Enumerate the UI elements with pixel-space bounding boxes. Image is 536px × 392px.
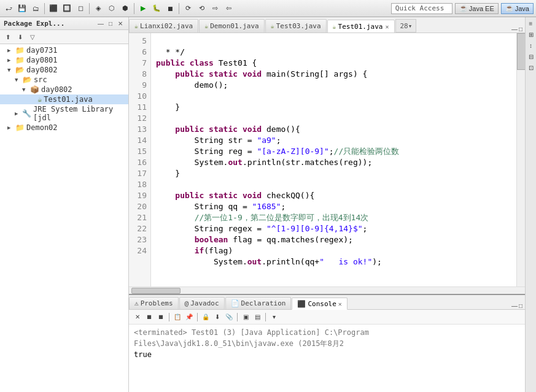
console-terminate-btn[interactable]: ⏹ [156,312,166,322]
bottom-tab-declaration-label: Declaration [241,299,286,307]
console-scroll-end-btn[interactable]: ⬇ [212,312,222,322]
perspective-java-btn[interactable]: ☕ Java [501,3,534,14]
sidebar-close-btn[interactable]: ✕ [116,19,125,28]
tree-item-test01java[interactable]: ▶ ☕ Test01.java [0,94,128,104]
right-strip-btn-5[interactable]: ⊡ [526,63,536,72]
toolbar-btn-10[interactable]: ⏹ [164,2,176,15]
collapse-arrow: ▶ [7,47,14,53]
java-tab-icon: ☕ [271,23,274,29]
right-strip-btn-3[interactable]: ↕ [526,40,536,50]
tab-test01[interactable]: ☕ Test01.java ✕ [327,20,395,33]
console-stop-btn[interactable]: ⏹ [144,312,154,322]
tree-item-src[interactable]: ▼ 📂 src [0,75,128,85]
console-extra-btn[interactable]: ▾ [269,312,279,322]
toolbar-sep-1 [44,3,45,14]
sidebar-action-btn-1[interactable]: ⬆ [2,31,14,42]
toolbar-btn-5[interactable]: 🔲 [61,2,73,15]
perspective-java-ee-btn[interactable]: ☕ Java EE [455,3,499,14]
sidebar: Package Expl... — □ ✕ ⬆ ⬇ ▽ ▶ 📁 day0731 … [0,17,129,392]
tree-item-jre[interactable]: ▶ 🔧 JRE System Library [jdl [0,104,128,123]
sidebar-action-btn-3[interactable]: ▽ [27,31,38,42]
console-paste-btn[interactable]: 📌 [184,312,194,322]
tab-maximize-btn[interactable]: □ [519,26,522,33]
toolbar-btn-4[interactable]: ⬛ [47,2,60,15]
console-clear-btn[interactable]: ✕ [133,312,142,322]
sidebar-header: Package Expl... — □ ✕ [0,17,128,30]
bottom-tab-console-label: Console [308,300,336,308]
bottom-panel: ⚠ Problems @ Javadoc 📄 Declaration ⬛ Con… [129,294,525,392]
tabs-overflow-btn[interactable]: 28 ▾ [395,19,416,33]
tab-demon01-label: Demon01.java [210,22,258,30]
line-numbers: 5 6 7 8 9 10 11 12 13 14 15 16 17 18 19 … [129,33,151,286]
java-ee-label: Java EE [469,5,494,12]
editor-scrollbar[interactable] [516,33,525,286]
console-view-btn[interactable]: ▣ [241,312,251,322]
sidebar-minimize-btn[interactable]: — [96,19,105,28]
tab-test03[interactable]: ☕ Test03.java [265,19,327,33]
declaration-icon: 📄 [231,299,239,307]
tree-item-demon02[interactable]: ▶ 📁 Demon02 [0,123,128,133]
tree-label-day0802pkg: day0802 [41,85,72,94]
right-strip: ≡ ⊞ ↕ ⊟ ⊡ [525,17,536,392]
java-ee-icon: ☕ [459,4,468,12]
bottom-tab-problems[interactable]: ⚠ Problems [129,297,179,309]
toolbar-btn-2[interactable]: 💾 [16,2,28,15]
bottom-panel-maximize-btn[interactable]: □ [519,302,522,309]
console-toolbar: ✕ ⏹ ⏹ 📋 📌 🔒 ⬇ 📎 ▣ ▤ ▾ [129,310,525,325]
tab-lianxi02[interactable]: ☕ Lianxi02.java [129,19,198,33]
tree-label-test01java: Test01.java [44,95,92,104]
tab-test01-close-btn[interactable]: ✕ [384,23,389,30]
scrollbar-thumb[interactable] [517,33,525,70]
toolbar-btn-debug[interactable]: 🐛 [150,2,163,15]
tree-item-day0731[interactable]: ▶ 📁 day0731 [0,45,128,55]
main-toolbar: ⮐ 💾 🗂 ⬛ 🔲 ◻ ◈ ⬡ ⬢ ▶ 🐛 ⏹ ⟳ ⟲ ⇨ ⇦ Quick Ac… [0,0,536,17]
sidebar-maximize-btn[interactable]: □ [106,19,115,28]
sidebar-action-btn-2[interactable]: ⬇ [15,31,26,42]
console-scroll-lock-btn[interactable]: 🔒 [201,312,211,322]
toolbar-sep-3 [134,3,134,14]
toolbar-btn-8[interactable]: ⬡ [106,2,118,15]
right-strip-btn-4[interactable]: ⊟ [526,52,536,61]
console-settings-btn[interactable]: ▤ [252,312,262,322]
folder-icon: 📁 [15,123,25,132]
console-terminated-line: <terminated> Test01 (3) [Java Applicatio… [134,327,520,349]
tree-item-day0802pkg[interactable]: ▼ 📦 day0802 [0,85,128,94]
tab-minimize-btn[interactable]: — [511,26,518,33]
console-tab-close-btn[interactable]: ✕ [338,301,342,307]
toolbar-btn-11[interactable]: ⟳ [182,2,194,15]
console-copy-btn[interactable]: 📋 [173,312,182,322]
code-content[interactable]: * */ public class Test01 { public static… [151,33,516,286]
toolbar-btn-run[interactable]: ▶ [137,2,149,15]
problems-icon: ⚠ [134,299,139,307]
java-icon: ☕ [505,4,514,12]
tab-test01-label: Test01.java [338,23,383,31]
folder-icon: 📁 [15,56,25,64]
toolbar-sep-2 [89,3,90,14]
toolbar-btn-14[interactable]: ⇦ [222,2,235,15]
bottom-panel-minimize-btn[interactable]: — [511,302,518,309]
editor-hscroll[interactable] [129,286,525,294]
tab-demon01[interactable]: ☕ Demon01.java [199,19,265,33]
toolbar-btn-6[interactable]: ◻ [74,2,87,15]
bottom-tab-declaration[interactable]: 📄 Declaration [225,297,292,309]
tree-item-day0801[interactable]: ▶ 📁 day0801 [0,55,128,65]
java-file-icon: ☕ [37,95,42,104]
editor-hscroll-thumb[interactable] [131,288,181,294]
tree-item-day0802[interactable]: ▼ 📂 day0802 [0,65,128,75]
bottom-tab-javadoc[interactable]: @ Javadoc [179,297,225,309]
folder-icon: 📁 [15,46,25,55]
bottom-tab-console[interactable]: ⬛ Console ✕ [292,298,347,310]
toolbar-btn-9[interactable]: ⬢ [119,2,131,15]
toolbar-btn-1[interactable]: ⮐ [2,2,15,15]
console-pin-btn[interactable]: 📎 [224,312,234,322]
quick-access-box[interactable]: Quick Access [391,3,452,14]
toolbar-btn-12[interactable]: ⟲ [195,2,208,15]
sidebar-header-actions: — □ ✕ [96,19,125,28]
right-strip-btn-2[interactable]: ⊞ [526,29,536,39]
editor-area: ☕ Lianxi02.java ☕ Demon01.java ☕ Test03.… [129,17,525,294]
toolbar-btn-7[interactable]: ◈ [92,2,104,15]
right-strip-btn-1[interactable]: ≡ [526,18,536,28]
toolbar-btn-13[interactable]: ⇨ [209,2,221,15]
java-label: Java [515,5,529,12]
toolbar-btn-3[interactable]: 🗂 [29,2,42,15]
